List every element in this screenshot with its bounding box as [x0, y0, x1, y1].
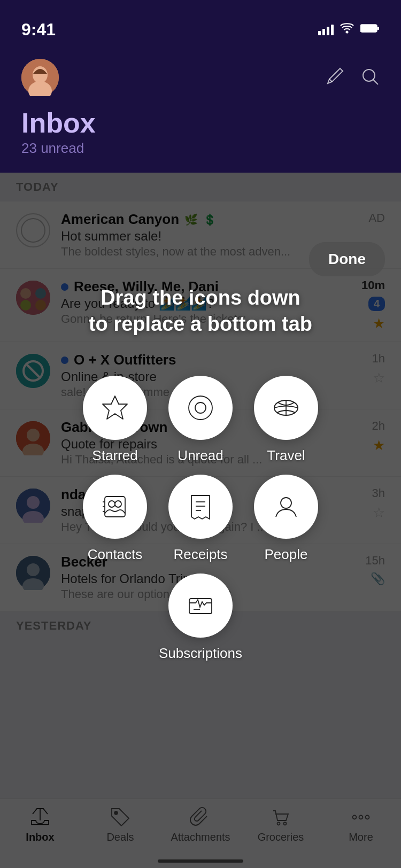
draggable-starred[interactable]: Starred	[83, 376, 147, 464]
inbox-subtitle: 23 unread	[21, 140, 380, 157]
travel-icon-circle	[254, 376, 318, 440]
receipts-label: Receipts	[173, 546, 227, 563]
starred-icon-circle	[83, 376, 147, 440]
draggable-icons-grid: Starred Unread	[0, 376, 401, 662]
subscriptions-label: Subscriptions	[159, 645, 242, 662]
subscriptions-icon-circle	[168, 574, 233, 638]
draggable-contacts[interactable]: Contacts	[83, 475, 147, 563]
home-indicator	[158, 859, 243, 863]
instructions-text: Drag the icons down to replace a bottom …	[0, 285, 401, 338]
compose-icon[interactable]	[325, 67, 344, 88]
svg-marker-26	[103, 396, 127, 419]
unread-label: Unread	[178, 447, 223, 464]
receipts-icon-circle	[168, 475, 233, 539]
signal-bars-icon	[318, 24, 334, 35]
inbox-title: Inbox	[21, 109, 380, 137]
icons-row-3: Subscriptions	[159, 574, 242, 662]
done-button[interactable]: Done	[309, 242, 385, 276]
svg-point-33	[115, 501, 121, 507]
contacts-label: Contacts	[88, 546, 143, 563]
status-time: 9:41	[21, 20, 56, 40]
svg-rect-2	[377, 27, 380, 30]
svg-point-4	[33, 66, 48, 83]
email-section: TODAY American Canyon 🌿 💲 Hot summer sal…	[0, 173, 401, 868]
draggable-people[interactable]: People	[254, 475, 318, 563]
status-bar: 9:41	[0, 0, 401, 48]
starred-label: Starred	[92, 447, 137, 464]
svg-point-40	[281, 498, 291, 508]
draggable-subscriptions[interactable]: Subscriptions	[159, 574, 242, 662]
wifi-icon	[340, 22, 354, 37]
icons-row-2: Contacts Receipts	[83, 475, 318, 563]
draggable-travel[interactable]: Travel	[254, 376, 318, 464]
header-top	[21, 59, 380, 96]
app-header: Inbox 23 unread	[0, 48, 401, 173]
svg-line-7	[373, 80, 378, 84]
draggable-unread[interactable]: Unread	[168, 376, 233, 464]
people-icon-circle	[254, 475, 318, 539]
svg-rect-31	[105, 497, 125, 517]
svg-point-0	[346, 32, 348, 33]
search-icon[interactable]	[360, 67, 380, 88]
svg-rect-1	[360, 25, 377, 32]
status-icons	[318, 22, 380, 37]
battery-icon	[360, 22, 380, 36]
people-label: People	[265, 546, 308, 563]
draggable-receipts[interactable]: Receipts	[168, 475, 233, 563]
svg-point-28	[195, 402, 206, 413]
svg-point-27	[189, 396, 212, 420]
icons-row-1: Starred Unread	[83, 376, 318, 464]
svg-point-32	[109, 501, 115, 507]
header-actions	[325, 67, 380, 88]
travel-label: Travel	[267, 447, 305, 464]
svg-point-6	[363, 69, 375, 81]
page: 9:41	[0, 0, 401, 868]
contacts-icon-circle	[83, 475, 147, 539]
unread-icon-circle	[168, 376, 233, 440]
avatar[interactable]	[21, 59, 59, 96]
